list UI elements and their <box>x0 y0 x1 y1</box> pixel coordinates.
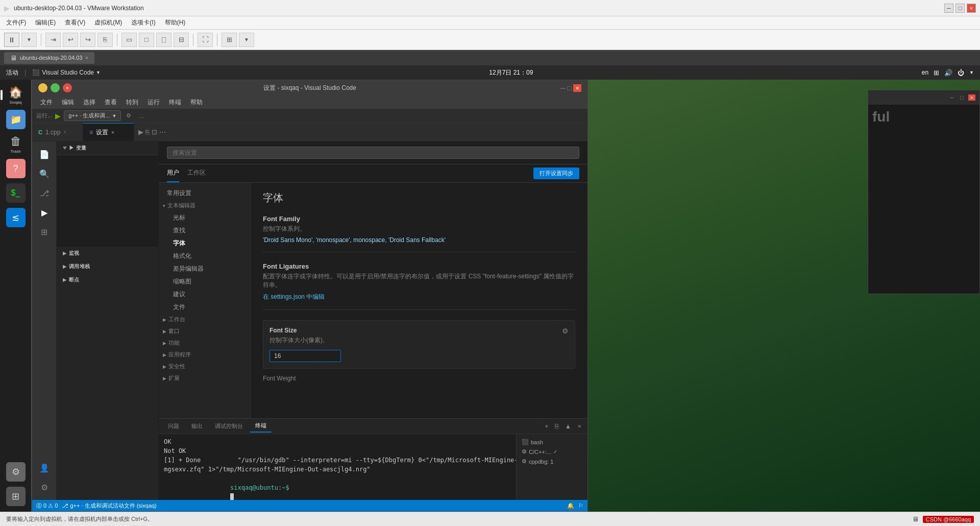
run-settings-icon[interactable]: ⚙ <box>124 111 133 120</box>
vscode-titlebar-close-icon[interactable]: × <box>573 84 581 92</box>
vscode-menu-file[interactable]: 文件 <box>36 97 57 108</box>
activity-git[interactable]: ⎇ <box>36 184 53 202</box>
second-window-min[interactable]: ─ <box>948 94 955 101</box>
run-play-icon[interactable]: ▶ <box>55 112 61 120</box>
nav-text-editor[interactable]: ▾ 文本编辑器 <box>159 200 250 211</box>
ubuntu-locale-button[interactable]: en <box>922 69 928 76</box>
tab-settings[interactable]: ≡ 设置 × <box>83 123 134 141</box>
ubuntu-dropdown-icon[interactable]: ▼ <box>969 70 974 75</box>
activity-explorer[interactable]: 📄 <box>36 146 53 163</box>
toolbar-pause-arrow[interactable]: ▼ <box>21 33 37 47</box>
activity-debug[interactable]: ▶ <box>36 204 53 221</box>
panel-new-terminal[interactable]: + <box>543 421 551 431</box>
vscode-menu-help[interactable]: 帮助 <box>186 97 207 108</box>
nav-minimap[interactable]: 缩略图 <box>159 275 250 288</box>
tab-cpp[interactable]: C 1.cpp × <box>32 123 83 141</box>
vmware-close-button[interactable]: × <box>967 4 976 13</box>
vmware-menu-help[interactable]: 帮助(H) <box>161 17 190 28</box>
setting-font-ligatures-link[interactable]: 在 settings.json 中编辑 <box>263 293 325 300</box>
second-window-close[interactable]: × <box>968 94 975 101</box>
settings-tab-user[interactable]: 用户 <box>167 164 179 182</box>
nav-suggest[interactable]: 建议 <box>159 288 250 301</box>
vscode-menu-goto[interactable]: 转到 <box>122 97 142 108</box>
vmware-minimize-button[interactable]: ─ <box>944 4 953 13</box>
run-more-icon[interactable]: … <box>136 112 146 120</box>
ubuntu-activities-button[interactable]: 活动 <box>6 68 18 77</box>
sidebar-variables-header[interactable]: ▶ 变量 <box>57 141 158 155</box>
ubuntu-tab-close[interactable]: × <box>85 55 88 61</box>
nav-common[interactable]: 常用设置 <box>159 187 250 200</box>
toolbar-btn-10[interactable]: ▼ <box>239 33 254 47</box>
ubuntu-app-dropdown[interactable]: ▼ <box>96 70 101 75</box>
activity-search[interactable]: 🔍 <box>36 165 53 182</box>
dock-item-home[interactable]: 🏠 Sixqaq <box>5 84 27 106</box>
vscode-titlebar-min-icon[interactable]: ─ <box>560 84 565 92</box>
dock-item-help[interactable]: ? <box>5 157 27 180</box>
nav-apps[interactable]: ▶ 应用程序 <box>159 349 250 361</box>
activity-account[interactable]: 👤 <box>36 459 53 476</box>
run-config-dropdown[interactable]: g++ · 生成和调... ▼ <box>64 110 121 121</box>
dock-item-apps[interactable]: ⊞ <box>5 485 27 508</box>
statusbar-errors[interactable]: ⓪ 0 ⚠ 0 <box>36 502 58 510</box>
toolbar-btn-6[interactable]: □ <box>139 33 154 47</box>
nav-features[interactable]: ▶ 功能 <box>159 337 250 349</box>
statusbar-notifications[interactable]: 🔔 <box>567 503 574 509</box>
vscode-maximize-button[interactable] <box>51 83 60 92</box>
toolbar-btn-9[interactable]: ⊞ <box>222 33 237 47</box>
terminal-bash-item[interactable]: ⬛ bash <box>517 437 587 447</box>
settings-search-input[interactable] <box>167 147 579 159</box>
tab-settings-close[interactable]: × <box>111 130 114 135</box>
nav-security[interactable]: ▶ 安全性 <box>159 361 250 372</box>
toolbar-btn-7[interactable]: ⎕ <box>156 33 172 47</box>
activity-settings-icon[interactable]: ⚙ <box>36 479 53 496</box>
toolbar-btn-8[interactable]: ⊟ <box>174 33 189 47</box>
ubuntu-volume-icon[interactable]: 🔊 <box>944 69 952 77</box>
nav-files[interactable]: 文件 <box>159 301 250 314</box>
toolbar-btn-3[interactable]: ↪ <box>80 33 95 47</box>
nav-font[interactable]: 字体 <box>159 237 250 250</box>
ubuntu-network-icon[interactable]: ⊞ <box>934 69 939 77</box>
vscode-menu-terminal[interactable]: 终端 <box>165 97 185 108</box>
panel-close[interactable]: × <box>575 421 583 431</box>
dock-item-files[interactable]: 📁 <box>5 108 27 131</box>
dock-item-trash[interactable]: 🗑 Trash <box>5 133 27 155</box>
dock-item-vscode[interactable]: ≲ <box>5 206 27 229</box>
sidebar-watch-header[interactable]: ▶ 监视 <box>57 247 158 260</box>
panel-tab-debug-console[interactable]: 调试控制台 <box>210 420 248 432</box>
panel-tab-output[interactable]: 输出 <box>186 420 208 432</box>
font-size-input[interactable] <box>270 350 341 362</box>
panel-maximize[interactable]: ▲ <box>563 421 574 431</box>
toolbar-pause-button[interactable]: ⏸ <box>4 33 19 47</box>
second-window-max[interactable]: □ <box>959 94 965 101</box>
panel-tab-problems[interactable]: 问题 <box>163 420 184 432</box>
terminal-cppdbg-item[interactable]: ⚙ cppdbg: 1 <box>517 457 587 466</box>
tab-split-action[interactable]: ⎘ <box>145 128 150 136</box>
tab-run-action[interactable]: ▶ <box>138 128 143 136</box>
tab-more-action[interactable]: ⊡ <box>152 128 157 136</box>
ubuntu-vm-tab[interactable]: 🖥 ubuntu-desktop-20.04.03 × <box>4 52 94 64</box>
vscode-menu-run[interactable]: 运行 <box>143 97 164 108</box>
nav-workbench[interactable]: ▶ 工作台 <box>159 314 250 325</box>
toolbar-fullscreen-button[interactable]: ⛶ <box>198 33 213 47</box>
tab-cpp-close[interactable]: × <box>63 129 66 135</box>
vmware-menu-tab[interactable]: 选项卡(I) <box>127 17 159 28</box>
statusbar-broadcast[interactable]: ⚐ <box>578 503 583 509</box>
nav-format[interactable]: 格式化 <box>159 250 250 262</box>
statusbar-branch[interactable]: ⎇ g++ · 生成和调试活动文件 (sixqaq) <box>62 502 156 510</box>
sidebar-callstack-header[interactable]: ▶ 调用堆栈 <box>57 260 158 273</box>
activity-extensions[interactable]: ⊞ <box>36 223 53 241</box>
vscode-menu-select[interactable]: 选择 <box>79 97 100 108</box>
open-sync-button[interactable]: 打开设置同步 <box>533 168 579 179</box>
vmware-menu-file[interactable]: 文件(F) <box>2 17 30 28</box>
toolbar-btn-5[interactable]: ▭ <box>121 33 137 47</box>
nav-extensions[interactable]: ▶ 扩展 <box>159 372 250 384</box>
vscode-menu-view[interactable]: 查看 <box>101 97 121 108</box>
nav-diff[interactable]: 差异编辑器 <box>159 262 250 275</box>
tab-overflow-action[interactable]: ⋯ <box>159 128 166 136</box>
vscode-menu-edit[interactable]: 编辑 <box>58 97 78 108</box>
vscode-minimize-button[interactable] <box>38 83 47 92</box>
ubuntu-power-icon[interactable]: ⏻ <box>958 69 964 77</box>
dock-item-settings[interactable]: ⚙ <box>5 461 27 483</box>
nav-cursor[interactable]: 光标 <box>159 211 250 224</box>
dock-item-terminal[interactable]: $_ <box>5 182 27 204</box>
